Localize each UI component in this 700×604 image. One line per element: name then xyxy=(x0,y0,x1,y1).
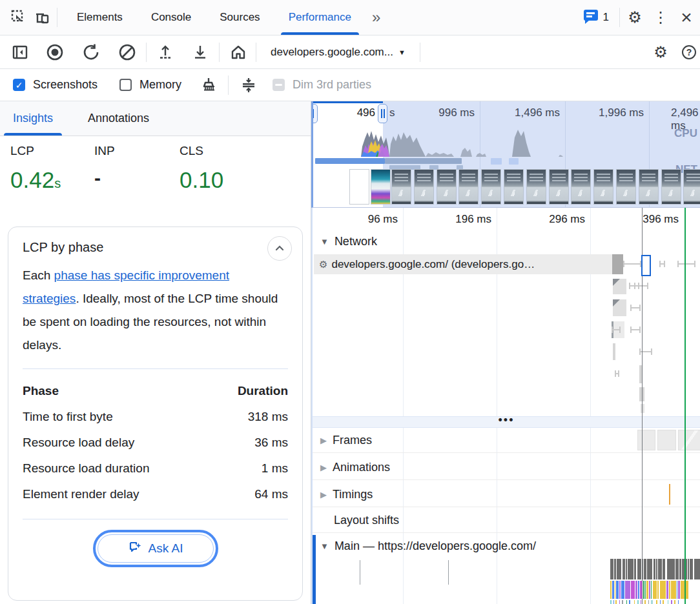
tab-console[interactable]: Console xyxy=(137,0,205,35)
flame-bar[interactable] xyxy=(671,581,676,599)
flame-bar[interactable] xyxy=(677,581,677,599)
more-tabs-icon[interactable]: » xyxy=(365,8,387,26)
download-profile-icon[interactable] xyxy=(190,43,210,62)
flame-bar[interactable] xyxy=(678,600,679,604)
frame-thumbnail[interactable] xyxy=(637,430,655,450)
filmstrip-screenshot[interactable] xyxy=(371,169,391,205)
filmstrip-screenshot[interactable] xyxy=(571,169,591,205)
flame-bar[interactable] xyxy=(663,600,664,604)
network-request-bar[interactable] xyxy=(641,404,644,413)
upload-profile-icon[interactable] xyxy=(156,43,175,62)
flame-bar[interactable] xyxy=(615,600,617,604)
flame-bar[interactable] xyxy=(678,581,680,599)
flame-bar[interactable] xyxy=(646,581,648,599)
flame-bar[interactable] xyxy=(619,581,621,599)
flame-bar[interactable] xyxy=(635,581,637,599)
flame-bar[interactable] xyxy=(654,559,655,579)
flame-bar[interactable] xyxy=(643,581,644,599)
tab-performance[interactable]: Performance xyxy=(274,0,365,35)
flame-bar[interactable] xyxy=(651,600,653,604)
tab-sources[interactable]: Sources xyxy=(205,0,274,35)
flame-bar[interactable] xyxy=(617,559,621,579)
filmstrip-screenshot[interactable] xyxy=(639,169,659,205)
flame-bar[interactable] xyxy=(628,559,633,579)
flame-bar[interactable] xyxy=(614,559,616,579)
flame-bar[interactable] xyxy=(674,600,675,604)
flame-bar[interactable] xyxy=(656,600,657,604)
device-toolbar-icon[interactable] xyxy=(32,8,52,27)
flame-bar[interactable] xyxy=(688,559,689,579)
filmstrip-screenshot[interactable] xyxy=(458,169,479,205)
flame-bar[interactable] xyxy=(610,581,612,599)
flame-bar[interactable] xyxy=(613,600,614,604)
filmstrip-screenshot[interactable] xyxy=(481,169,501,205)
settings-gear-icon[interactable]: ⚙ xyxy=(625,8,644,27)
flame-bar[interactable] xyxy=(623,559,625,579)
flame-bar[interactable] xyxy=(668,600,668,604)
toggle-sidebar-icon[interactable] xyxy=(10,43,30,62)
flame-bar[interactable] xyxy=(666,581,668,599)
dim-3rd-parties-checkbox[interactable] xyxy=(273,79,285,91)
filmstrip-screenshot[interactable] xyxy=(414,169,434,205)
filmstrip-screenshot[interactable] xyxy=(349,169,369,205)
flame-bar[interactable] xyxy=(651,581,652,599)
filmstrip-screenshot[interactable] xyxy=(391,169,411,205)
selection-right-handle[interactable] xyxy=(378,104,387,123)
garbage-collect-broom-icon[interactable] xyxy=(198,76,218,95)
main-thread-section-header[interactable]: ▼ Main — https://developers.google.com/ xyxy=(320,539,536,553)
flame-bar[interactable] xyxy=(634,559,636,579)
flame-bar[interactable] xyxy=(610,559,613,579)
flame-chart-row-detail[interactable] xyxy=(610,600,700,604)
filmstrip-screenshot[interactable] xyxy=(504,169,524,205)
flame-chart-row-tasks[interactable] xyxy=(610,559,700,579)
flame-bar[interactable] xyxy=(667,559,675,579)
animations-section-header[interactable]: ▶ Animations xyxy=(320,461,390,474)
filmstrip-screenshot[interactable] xyxy=(549,169,569,205)
flame-bar[interactable] xyxy=(619,600,620,604)
flame-bar[interactable] xyxy=(669,581,670,599)
flame-bar[interactable] xyxy=(675,559,679,579)
close-devtools-icon[interactable]: × xyxy=(677,8,696,27)
filmstrip-screenshot[interactable] xyxy=(683,169,700,205)
selected-request-box[interactable] xyxy=(641,255,651,276)
flame-bar[interactable] xyxy=(621,581,624,599)
flame-bar[interactable] xyxy=(625,581,630,599)
flame-bar[interactable] xyxy=(615,581,615,599)
flame-bar[interactable] xyxy=(637,600,639,604)
flame-bar[interactable] xyxy=(626,600,627,604)
layout-shifts-section-header[interactable]: Layout shifts xyxy=(334,514,399,527)
flame-bar[interactable] xyxy=(644,559,646,579)
ask-ai-button[interactable]: Ask AI xyxy=(93,530,218,567)
flame-bar[interactable] xyxy=(638,581,639,599)
timeline-overview[interactable]: 996 ms 1,496 ms 1,996 ms 2,496 ms CPU NE… xyxy=(311,101,700,208)
flame-bar[interactable] xyxy=(616,581,619,599)
filmstrip-screenshot[interactable] xyxy=(661,169,681,205)
flame-bar[interactable] xyxy=(649,581,650,599)
timings-section-header[interactable]: ▶ Timings xyxy=(320,488,373,501)
flame-chart-row-functions[interactable] xyxy=(610,581,700,599)
flame-bar[interactable] xyxy=(631,581,635,599)
collapse-card-button[interactable] xyxy=(267,236,292,261)
flame-bar[interactable] xyxy=(653,581,657,599)
history-select[interactable]: developers.google.com... ▼ xyxy=(264,46,412,59)
collapse-tracks-icon[interactable] xyxy=(239,76,258,95)
tab-annotations[interactable]: Annotations xyxy=(76,101,161,136)
network-request-main-document[interactable]: ⚙ developers.google.com/ (developers.go… xyxy=(314,254,612,274)
flame-bar[interactable] xyxy=(622,600,623,604)
filmstrip-screenshot[interactable] xyxy=(616,169,636,205)
help-icon[interactable]: ? xyxy=(679,43,699,62)
flame-bar[interactable] xyxy=(648,600,649,604)
flame-bar[interactable] xyxy=(645,581,646,599)
inspect-element-icon[interactable] xyxy=(9,8,28,27)
flame-bar[interactable] xyxy=(690,559,693,579)
flame-bar[interactable] xyxy=(656,559,657,579)
record-icon[interactable] xyxy=(45,43,65,62)
memory-checkbox[interactable] xyxy=(119,79,132,91)
flame-bar[interactable] xyxy=(663,559,665,579)
flame-bar[interactable] xyxy=(657,581,659,599)
capture-settings-gear-icon[interactable]: ⚙ xyxy=(651,43,670,62)
filmstrip-screenshot[interactable] xyxy=(526,169,546,205)
tab-elements[interactable]: Elements xyxy=(63,0,137,35)
flame-bar[interactable] xyxy=(629,600,630,604)
network-request-bar[interactable] xyxy=(613,299,626,316)
